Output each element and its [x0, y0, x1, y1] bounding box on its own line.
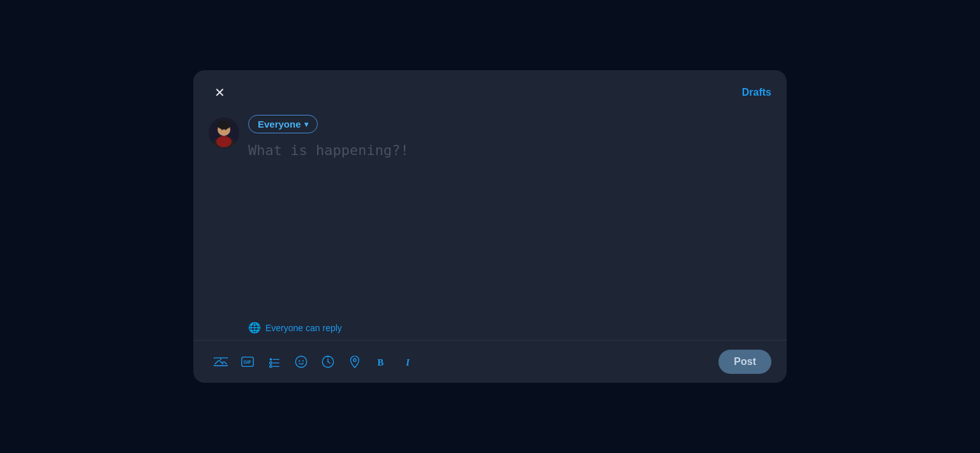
location-button[interactable] [343, 350, 367, 374]
schedule-button[interactable] [316, 350, 340, 374]
gif-button[interactable]: GIF [235, 350, 260, 374]
svg-text:B: B [378, 357, 384, 368]
svg-text:I: I [405, 357, 410, 368]
italic-button[interactable]: I [396, 350, 420, 374]
svg-point-13 [270, 366, 272, 368]
svg-point-22 [353, 359, 357, 362]
chevron-down-icon: ▾ [304, 120, 308, 129]
svg-point-9 [270, 359, 272, 361]
compose-input[interactable] [248, 140, 771, 223]
post-button[interactable]: Post [718, 350, 771, 374]
svg-point-21 [327, 355, 329, 357]
reply-setting[interactable]: 🌐 Everyone can reply [193, 311, 787, 340]
globe-icon: 🌐 [248, 322, 261, 334]
close-button[interactable]: ✕ [209, 82, 230, 103]
avatar [209, 117, 239, 148]
svg-point-2 [216, 136, 232, 147]
italic-icon: I [401, 355, 415, 369]
modal-header: ✕ Drafts [193, 70, 787, 110]
image-icon [214, 355, 228, 369]
svg-point-5 [221, 129, 223, 130]
poll-button[interactable] [262, 350, 286, 374]
svg-point-4 [218, 121, 230, 130]
svg-point-11 [270, 362, 272, 364]
schedule-icon [321, 355, 335, 369]
reply-setting-label: Everyone can reply [265, 323, 342, 333]
toolbar: GIF [193, 341, 787, 383]
poll-icon [267, 355, 281, 369]
bold-button[interactable]: B [369, 350, 394, 374]
compose-area: Everyone ▾ [193, 110, 787, 311]
compose-right: Everyone ▾ [248, 115, 771, 311]
image-button[interactable] [209, 350, 233, 374]
bold-icon: B [375, 355, 389, 369]
avatar-column [209, 115, 239, 311]
toolbar-icons: GIF [209, 350, 716, 374]
svg-point-15 [295, 356, 306, 367]
audience-selector[interactable]: Everyone ▾ [248, 115, 318, 133]
svg-point-16 [299, 360, 300, 362]
drafts-button[interactable]: Drafts [742, 87, 771, 98]
audience-label: Everyone [258, 119, 301, 130]
emoji-icon [294, 355, 308, 369]
gif-icon: GIF [241, 355, 255, 369]
svg-text:GIF: GIF [244, 359, 252, 365]
svg-line-20 [328, 362, 330, 363]
svg-point-6 [225, 129, 226, 130]
location-icon [348, 355, 362, 369]
svg-point-17 [302, 360, 304, 362]
modal-overlay: ✕ Drafts [0, 0, 980, 453]
emoji-button[interactable] [289, 350, 313, 374]
compose-modal: ✕ Drafts [193, 70, 787, 383]
close-icon: ✕ [214, 85, 225, 100]
